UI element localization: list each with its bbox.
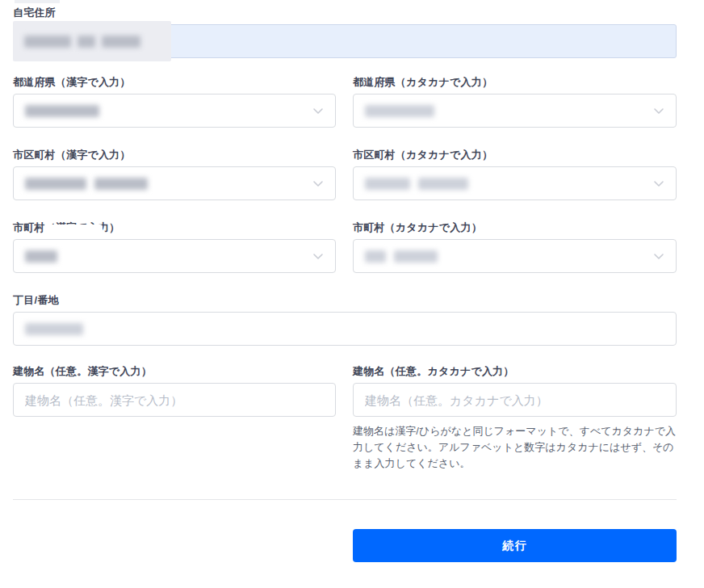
street-label: 丁目/番地 [13, 294, 677, 307]
chevron-down-icon [653, 250, 664, 262]
chevron-down-icon [653, 105, 664, 116]
home-address-label: 自宅住所 [13, 6, 677, 19]
continue-button[interactable]: 続行 [353, 529, 677, 562]
building-kanji-field: 建物名（任意。漢字で入力） [13, 365, 336, 472]
prefecture-kana-select[interactable] [353, 94, 677, 128]
chevron-down-icon [312, 105, 324, 116]
redacted-value [365, 178, 468, 190]
redacted-value [13, 21, 171, 61]
building-kana-label: 建物名（任意。カタカナで入力） [353, 365, 677, 378]
redacted-value [25, 105, 99, 117]
building-row: 建物名（任意。漢字で入力） 建物名（任意。カタカナで入力） 建物名は漢字/ひらが… [13, 365, 677, 472]
redacted-value [25, 178, 148, 190]
city-kanji-select[interactable] [13, 166, 336, 200]
home-address-field [13, 24, 677, 58]
building-kana-input[interactable] [353, 383, 677, 417]
address-form: 自宅住所 都道府県（漢字で入力） 都道府県（カタカナで入力） [0, 0, 704, 562]
redacted-value [25, 250, 57, 262]
town-kana-field: 市町村（カタカナで入力） [353, 221, 677, 273]
town-kana-label: 市町村（カタカナで入力） [353, 221, 677, 234]
prefecture-kanji-select[interactable] [13, 94, 336, 128]
town-kana-select[interactable] [353, 239, 677, 273]
street-input[interactable] [13, 312, 677, 346]
town-kanji-select[interactable] [13, 239, 336, 273]
redaction-artifact [44, 225, 103, 237]
street-field: 丁目/番地 [13, 294, 677, 346]
redacted-value [365, 105, 434, 117]
redaction-artifact [15, 0, 60, 3]
city-kanji-label: 市区町村（漢字で入力） [13, 149, 336, 162]
building-kanji-input[interactable] [13, 383, 336, 417]
building-kana-field: 建物名（任意。カタカナで入力） 建物名は漢字/ひらがなと同じフォーマットで、すべ… [353, 365, 677, 472]
prefecture-kanji-field: 都道府県（漢字で入力） [13, 76, 336, 128]
redacted-value [25, 323, 83, 335]
city-row: 市区町村（漢字で入力） 市区町村（カタカナで入力） [13, 149, 677, 200]
town-row: 市町村（漢字で入力） 市町村（カタカナで入力） [13, 221, 677, 273]
submit-row: 続行 [13, 529, 677, 562]
building-kana-helper-text: 建物名は漢字/ひらがなと同じフォーマットで、すべてカタカナで入力してください。ア… [353, 423, 677, 472]
chevron-down-icon [312, 178, 324, 189]
city-kana-select[interactable] [353, 166, 677, 200]
section-divider [13, 499, 677, 500]
prefecture-kana-label: 都道府県（カタカナで入力） [353, 76, 677, 89]
building-kanji-label: 建物名（任意。漢字で入力） [13, 365, 336, 378]
prefecture-kana-field: 都道府県（カタカナで入力） [353, 76, 677, 128]
prefecture-kanji-label: 都道府県（漢字で入力） [13, 76, 336, 89]
city-kana-label: 市区町村（カタカナで入力） [353, 149, 677, 162]
chevron-down-icon [653, 178, 664, 189]
redacted-value [365, 250, 438, 262]
city-kanji-field: 市区町村（漢字で入力） [13, 149, 336, 200]
prefecture-row: 都道府県（漢字で入力） 都道府県（カタカナで入力） [13, 76, 677, 128]
city-kana-field: 市区町村（カタカナで入力） [353, 149, 677, 200]
chevron-down-icon [312, 250, 324, 262]
